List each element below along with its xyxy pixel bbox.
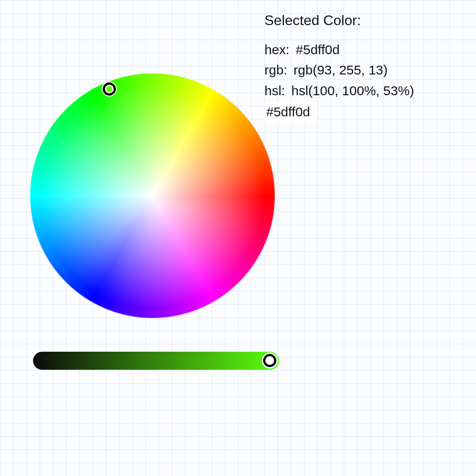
hex-value: #5dff0d <box>296 42 340 57</box>
rgb-label: rgb: <box>264 63 291 77</box>
hex-row: hex: #5dff0d <box>264 40 467 60</box>
lightness-slider-track[interactable] <box>33 352 279 370</box>
color-wheel[interactable] <box>30 73 275 318</box>
swatch-hex: #5dff0d <box>264 101 316 123</box>
hsl-label: hsl: <box>264 83 289 98</box>
rgb-row: rgb: rgb(93, 255, 13) <box>264 60 467 81</box>
rgb-value: rgb(93, 255, 13) <box>294 63 387 77</box>
lightness-slider-handle[interactable] <box>263 354 276 367</box>
hsl-row: hsl: hsl(100, 100%, 53%) <box>264 81 467 101</box>
selected-color-title: Selected Color: <box>264 10 467 32</box>
hsl-value: hsl(100, 100%, 53%) <box>291 83 414 98</box>
color-wheel-handle[interactable] <box>103 82 116 96</box>
hex-label: hex: <box>264 42 293 57</box>
color-info-panel: Selected Color: hex: #5dff0d rgb: rgb(93… <box>264 10 467 123</box>
